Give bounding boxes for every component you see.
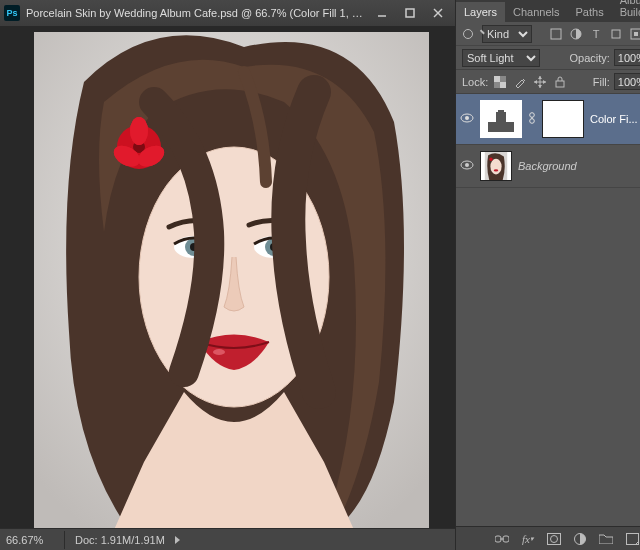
filter-type-icon[interactable]: T [588, 26, 604, 42]
new-group-icon[interactable] [598, 531, 614, 547]
svg-rect-28 [612, 30, 620, 38]
layer-filter-row: Kind T [456, 22, 640, 46]
svg-rect-34 [494, 76, 500, 82]
svg-rect-42 [556, 81, 564, 87]
search-icon [462, 26, 478, 42]
layers-footer: fx▾ [456, 526, 640, 550]
svg-point-44 [465, 116, 469, 120]
filter-smartobject-icon[interactable] [628, 26, 640, 42]
opacity-value[interactable]: 100% [614, 49, 640, 66]
layer-mask-thumbnail[interactable] [542, 100, 584, 138]
layer-thumbnail[interactable] [480, 151, 512, 181]
svg-rect-26 [551, 29, 561, 39]
svg-point-49 [530, 113, 535, 118]
lock-all-icon[interactable] [552, 74, 568, 90]
tab-channels[interactable]: Channels [505, 2, 567, 22]
layers-panel: Layers Channels Paths Album Builder Kind… [455, 0, 640, 550]
status-bar: 66.67% Doc: 1.91M/1.91M [0, 528, 455, 550]
filter-kind-select[interactable]: Kind [482, 25, 532, 43]
svg-point-56 [490, 159, 501, 175]
fill-label: Fill: [593, 76, 610, 88]
svg-rect-46 [488, 122, 514, 132]
blend-mode-select[interactable]: Soft Light [462, 49, 540, 67]
add-mask-icon[interactable] [546, 531, 562, 547]
layer-style-icon[interactable]: fx▾ [520, 531, 536, 547]
svg-rect-1 [406, 9, 414, 17]
visibility-toggle-icon[interactable] [460, 160, 474, 172]
visibility-toggle-icon[interactable] [460, 113, 474, 125]
filter-pixel-icon[interactable] [548, 26, 564, 42]
opacity-label: Opacity: [570, 52, 610, 64]
doc-size[interactable]: Doc: 1.91M/1.91M [69, 534, 171, 546]
svg-point-57 [489, 158, 492, 161]
lock-label: Lock: [462, 76, 488, 88]
fill-value[interactable]: 100% [614, 73, 640, 90]
filter-shape-icon[interactable] [608, 26, 624, 42]
panel-tabs: Layers Channels Paths Album Builder [456, 0, 640, 22]
canvas-area[interactable] [0, 26, 455, 528]
app-icon: Ps [4, 5, 20, 21]
tab-layers[interactable]: Layers [456, 2, 505, 22]
close-button[interactable] [425, 4, 451, 22]
svg-point-14 [213, 349, 225, 355]
lock-pixels-icon[interactable] [512, 74, 528, 90]
svg-point-53 [465, 163, 469, 167]
tab-paths[interactable]: Paths [568, 2, 612, 22]
layers-list: Color Fi... Background [456, 94, 640, 526]
layer-thumbnail[interactable] [480, 100, 522, 138]
document-window: Ps Porcelain Skin by Wedding Album Cafe.… [0, 0, 455, 550]
svg-point-20 [130, 117, 148, 145]
svg-marker-38 [538, 76, 542, 79]
canvas[interactable] [34, 32, 429, 528]
titlebar: Ps Porcelain Skin by Wedding Album Cafe.… [0, 0, 455, 26]
svg-point-50 [530, 119, 535, 124]
link-layers-icon[interactable] [494, 531, 510, 547]
layer-color-fill-1[interactable]: Color Fi... [456, 94, 640, 145]
statusbar-menu-icon[interactable] [175, 536, 180, 544]
document-title: Porcelain Skin by Wedding Album Cafe.psd… [26, 7, 367, 19]
layer-name-label[interactable]: Color Fi... [590, 113, 640, 125]
tab-album-builder[interactable]: Album Builder [612, 0, 640, 22]
filter-adjustment-icon[interactable] [568, 26, 584, 42]
layer-background[interactable]: Background [456, 145, 640, 188]
zoom-level[interactable]: 66.67% [0, 534, 60, 546]
svg-point-64 [551, 535, 558, 542]
svg-marker-39 [538, 85, 542, 88]
svg-rect-47 [496, 112, 506, 122]
svg-rect-48 [498, 110, 504, 113]
layer-name-label[interactable]: Background [518, 160, 640, 172]
svg-rect-35 [500, 82, 506, 88]
lock-transparency-icon[interactable] [492, 74, 508, 90]
lock-row: Lock: Fill: 100% [456, 70, 640, 94]
svg-marker-40 [534, 80, 537, 84]
adjustment-layer-icon[interactable] [572, 531, 588, 547]
svg-marker-41 [543, 80, 546, 84]
maximize-button[interactable] [397, 4, 423, 22]
svg-point-58 [494, 169, 498, 171]
lock-position-icon[interactable] [532, 74, 548, 90]
new-layer-icon[interactable] [624, 531, 640, 547]
svg-rect-30 [634, 32, 638, 36]
mask-link-icon[interactable] [528, 111, 536, 127]
minimize-button[interactable] [369, 4, 395, 22]
blend-row: Soft Light Opacity: 100% [456, 46, 640, 70]
